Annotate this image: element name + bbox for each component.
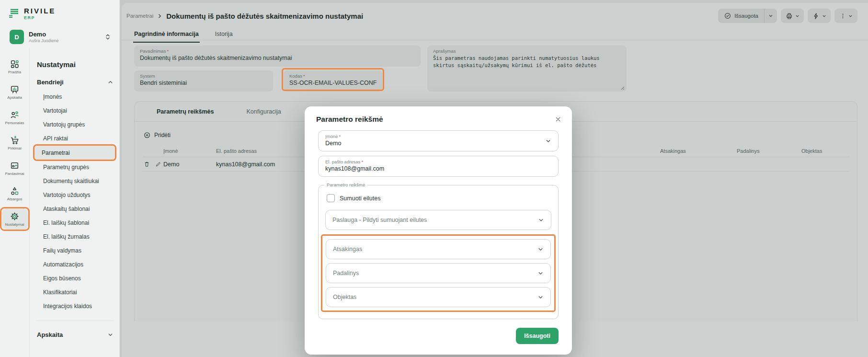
- modal-imone-select[interactable]: Įmonė* Demo: [318, 130, 559, 151]
- checkbox-unchecked[interactable]: [327, 194, 335, 202]
- chevron-up-icon: [107, 79, 114, 85]
- company-selector[interactable]: D Demo Aušra Juodienė: [7, 28, 114, 46]
- parametro-reiksme-fieldset: Parametro reikšmė Sumuoti eilutes Paslau…: [318, 185, 559, 319]
- gear-icon: [10, 211, 20, 221]
- sidebar-item-eigos-busenos[interactable]: Eigos būsenos: [36, 271, 114, 285]
- rail-item-pardavimai[interactable]: Pardavimai: [2, 158, 28, 178]
- chevron-down-icon: [537, 246, 544, 253]
- rivile-logo-icon: [8, 8, 20, 19]
- people-icon: [10, 110, 20, 120]
- modal-email-value: kynas108@gmail.com: [325, 165, 539, 172]
- annotation-box-parametrai: Parametrai: [33, 144, 116, 161]
- save-button[interactable]: Išsaugoti: [516, 328, 559, 344]
- sidebar-item-el-laisku-zurnalas[interactable]: El. laiškų žurnalas: [36, 230, 114, 243]
- brand-logo[interactable]: RIVILE ERP: [0, 0, 119, 23]
- modal-email-input[interactable]: El. pašto adresas* kynas108@gmail.com: [318, 156, 559, 177]
- shapes-icon: [10, 186, 20, 196]
- checkbox-label: Sumuoti eilutes: [340, 195, 380, 202]
- company-name: Demo: [29, 31, 99, 38]
- main-area: Parametrai Dokumentų iš pašto dėžutės sk…: [120, 0, 868, 357]
- sidebar-item-parametrai[interactable]: Parametrai: [34, 146, 115, 160]
- menu-group-bendrieji[interactable]: Bendrieji: [37, 79, 114, 86]
- rail-item-nustatymai[interactable]: Nustatymai: [2, 209, 28, 229]
- atsakingas-select[interactable]: Atsakingas: [326, 239, 551, 259]
- modal-title: Parametro reikšmė: [316, 115, 560, 124]
- menu-group-apskaita[interactable]: Apskaita: [37, 331, 114, 338]
- sidebar-item-vartotoju-grupes[interactable]: Vartotojų grupės: [36, 117, 114, 131]
- company-user: Aušra Juodienė: [29, 38, 99, 43]
- chevron-down-icon: [537, 294, 544, 301]
- sidebar-item-automatizacijos[interactable]: Automatizacijos: [36, 257, 114, 271]
- rail-item-atsargos[interactable]: Atsargos: [2, 184, 28, 204]
- chevron-down-icon: [107, 332, 114, 338]
- chevron-down-icon: [537, 270, 544, 277]
- rail-item-pirkimai[interactable]: Pirkimai: [2, 133, 28, 153]
- chart-board-icon: [10, 84, 20, 94]
- chevron-down-icon: [545, 138, 552, 145]
- menu-heading: Nustatymai: [37, 60, 114, 69]
- sidebar-item-imones[interactable]: Įmonės: [36, 90, 114, 104]
- sidebar-item-parametru-grupes[interactable]: Parametrų grupės: [36, 160, 114, 174]
- app-root: RIVILE ERP D Demo Aušra Juodienė: [0, 0, 868, 357]
- fieldset-legend: Parametro reikšmė: [324, 182, 367, 187]
- annotation-box-kodas: [282, 68, 384, 91]
- sumuoti-eilutes-checkbox-row[interactable]: Sumuoti eilutes: [327, 194, 551, 202]
- sales-icon: [10, 161, 20, 171]
- sidebar-item-el-laisku-sablonai[interactable]: El. laiškų šablonai: [36, 216, 114, 230]
- brand-name: RIVILE: [24, 7, 56, 15]
- parametro-reiksme-modal: Parametro reikšmė Įmonė* Demo El. pašto: [305, 106, 572, 355]
- close-icon: [555, 116, 561, 123]
- annotation-box-nustatymai: Nustatymai: [0, 207, 30, 231]
- paslauga-select[interactable]: Paslauga - Pildyti sumuojant eilutes: [325, 210, 551, 230]
- grid-icon: [10, 59, 20, 69]
- chevron-down-icon: [537, 217, 545, 224]
- company-avatar: D: [10, 30, 24, 44]
- cart-icon: [10, 135, 20, 145]
- objektas-select[interactable]: Objektas: [326, 287, 551, 307]
- sidebar: RIVILE ERP D Demo Aušra Juodienė: [0, 0, 120, 357]
- rail-item-pradzia[interactable]: Pradžia: [2, 57, 28, 77]
- rail-nav: Pradžia Apskaita: [0, 48, 30, 357]
- settings-menu: Nustatymai Bendrieji Įmonės Vartotojai V…: [30, 48, 119, 357]
- close-button[interactable]: [553, 114, 563, 125]
- annotation-box-selects: Atsakingas Padalinys Objek: [321, 234, 556, 312]
- sidebar-divider: [36, 321, 114, 321]
- sidebar-item-dokumentu-skaitliukai[interactable]: Dokumentų skaitliukai: [36, 174, 114, 188]
- sidebar-item-ataskaitu-sablonai[interactable]: Ataskaitų šablonai: [36, 202, 114, 216]
- modal-imone-value: Demo: [325, 140, 539, 147]
- sidebar-item-api-raktai[interactable]: API raktai: [36, 131, 114, 145]
- rail-item-personalas[interactable]: Personalas: [2, 107, 28, 127]
- unfold-icon: [104, 33, 112, 41]
- padalinys-select[interactable]: Padalinys: [326, 263, 551, 283]
- sidebar-item-vartotojo-uzduotys[interactable]: Vartotojo užduotys: [36, 188, 114, 202]
- sidebar-item-failu-valdymas[interactable]: Failų valdymas: [36, 243, 114, 257]
- rail-item-apskaita[interactable]: Apskaita: [2, 82, 28, 102]
- brand-sub: ERP: [24, 15, 56, 20]
- sidebar-item-vartotojai[interactable]: Vartotojai: [36, 104, 114, 117]
- sidebar-item-integracijos-klaidos[interactable]: Integracijos klaidos: [36, 299, 114, 313]
- sidebar-item-klasifikatoriai[interactable]: Klasifikatoriai: [36, 285, 114, 299]
